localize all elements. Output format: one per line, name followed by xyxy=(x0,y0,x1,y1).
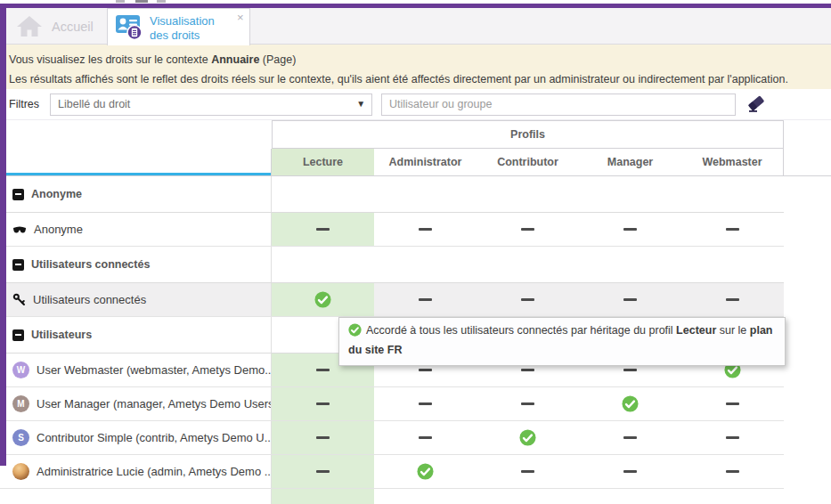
row-label: Anonyme xyxy=(31,188,82,200)
filter-bar: Filtres Libellé du droit ▼ xyxy=(0,89,831,119)
avatar: S xyxy=(12,429,29,446)
entry-row[interactable]: SContributor Simple (contrib, Ametys Dem… xyxy=(0,421,831,455)
no-permission-dash xyxy=(316,402,330,405)
user-group-filter-input[interactable] xyxy=(381,93,736,116)
granted-check-icon xyxy=(348,323,362,342)
row-label: Anonyme xyxy=(34,223,83,236)
permission-cell xyxy=(579,213,681,246)
permission-cell xyxy=(272,247,374,282)
permission-cell xyxy=(477,176,579,212)
no-permission-dash xyxy=(726,402,739,405)
permission-cell xyxy=(374,176,477,212)
no-permission-dash xyxy=(316,228,330,231)
clear-filters-button[interactable] xyxy=(745,93,768,116)
no-permission-dash xyxy=(521,369,534,371)
permission-cell xyxy=(477,213,579,246)
no-permission-dash xyxy=(316,369,330,371)
app-window: Accueil Visualisation des droits × xyxy=(0,0,831,504)
filters-label: Filtres xyxy=(9,98,39,110)
avatar-photo xyxy=(12,463,29,480)
no-permission-dash xyxy=(521,228,534,231)
entry-row[interactable]: Anonyme xyxy=(0,213,831,247)
no-permission-dash xyxy=(623,298,637,301)
row-label: Administratrice Lucie (admin, Ametys Dem… xyxy=(37,465,272,478)
no-permission-dash xyxy=(419,402,432,405)
rights-table: Profils LectureAdministratorContributorM… xyxy=(0,119,831,504)
permission-cell xyxy=(681,247,784,282)
permission-cell xyxy=(681,455,784,488)
row-label-cell xyxy=(0,489,272,504)
collapse-icon[interactable] xyxy=(12,189,24,200)
permission-cell xyxy=(272,283,374,316)
permission-cell xyxy=(681,489,784,504)
row-label-cell: Utilisateurs xyxy=(0,317,272,353)
collapse-icon[interactable] xyxy=(12,259,24,271)
permission-cell xyxy=(272,213,374,246)
no-permission-dash xyxy=(623,436,637,439)
entry-row[interactable]: Utilisateurs connectés xyxy=(0,283,831,317)
context-banner-line2: Les résultats affichés sont le reflet de… xyxy=(9,69,822,89)
no-permission-dash xyxy=(623,470,637,473)
permission-cell xyxy=(579,176,681,212)
tooltip-profile-name: Lecteur xyxy=(676,324,716,337)
home-icon xyxy=(16,15,43,38)
permission-cell xyxy=(681,387,784,420)
tooltip-text: Accordé à tous les utilisateurs connecté… xyxy=(366,324,676,337)
group-row[interactable]: Utilisateurs connectés xyxy=(0,247,831,283)
granted-check-icon xyxy=(314,291,331,308)
permission-cell xyxy=(477,489,579,504)
tab-accueil[interactable]: Accueil xyxy=(16,8,94,45)
profile-column-header-lecture[interactable]: Lecture xyxy=(272,149,374,175)
no-permission-dash xyxy=(419,369,432,371)
profile-column-header-contributor[interactable]: Contributor xyxy=(477,149,579,175)
permission-cell xyxy=(272,489,374,504)
no-permission-dash xyxy=(419,298,432,301)
permission-cell xyxy=(374,283,477,316)
context-banner-line1: Vous visualisez les droits sur le contex… xyxy=(9,50,822,69)
permission-cell xyxy=(579,247,681,282)
profile-columns-row: LectureAdministratorContributorManagerWe… xyxy=(0,149,831,176)
profile-column-header-webmaster[interactable]: Webmaster xyxy=(681,149,784,175)
collapse-icon[interactable] xyxy=(12,329,24,341)
permission-cell xyxy=(681,283,784,316)
no-permission-dash xyxy=(419,228,432,231)
rights-tooltip: Accordé à tous les utilisateurs connecté… xyxy=(338,317,786,366)
row-label: User Manager (manager, Ametys Demo Users… xyxy=(37,397,272,411)
permission-cell xyxy=(579,489,681,504)
group-row[interactable]: Anonyme xyxy=(0,176,831,213)
entry-row[interactable]: MUser Manager (manager, Ametys Demo User… xyxy=(0,387,831,421)
profiles-header-row: Profils xyxy=(0,120,831,149)
entity-column-subheader xyxy=(0,149,272,175)
right-label-filter-placeholder: Libellé du droit xyxy=(58,98,130,110)
right-label-filter-combo[interactable]: Libellé du droit ▼ xyxy=(50,93,372,116)
profile-column-header-administrator[interactable]: Administrator xyxy=(374,149,477,175)
entry-row[interactable] xyxy=(0,489,831,504)
tab-visualisation-droits[interactable]: Visualisation des droits × xyxy=(107,8,250,45)
close-tab-icon[interactable]: × xyxy=(237,12,244,23)
permission-cell xyxy=(272,387,374,420)
entry-row[interactable]: Administratrice Lucie (admin, Ametys Dem… xyxy=(0,455,831,489)
no-permission-dash xyxy=(316,436,330,439)
no-permission-dash xyxy=(316,470,330,473)
permission-cell xyxy=(374,387,477,420)
row-label: Utilisateurs connectés xyxy=(33,293,146,306)
window-frame-left xyxy=(0,8,6,466)
profile-column-header-manager[interactable]: Manager xyxy=(579,149,681,175)
permission-cell xyxy=(579,455,681,488)
permission-cell xyxy=(681,176,784,212)
key-icon xyxy=(12,293,26,306)
avatar: M xyxy=(12,395,29,412)
context-banner: Vous visualisez les droits sur le contex… xyxy=(0,45,831,89)
permission-cell xyxy=(272,455,374,488)
row-label-cell: Anonyme xyxy=(0,176,272,212)
permission-cell xyxy=(477,283,579,316)
profiles-header: Profils xyxy=(272,120,784,149)
permission-cell xyxy=(681,213,784,246)
chevron-down-icon[interactable]: ▼ xyxy=(356,99,365,109)
permission-cell xyxy=(477,455,579,488)
permission-cell xyxy=(681,421,784,454)
tab-accueil-label: Accueil xyxy=(52,20,94,34)
no-permission-dash xyxy=(726,298,739,301)
no-permission-dash xyxy=(726,436,739,439)
row-label: Utilisateurs xyxy=(31,329,92,341)
